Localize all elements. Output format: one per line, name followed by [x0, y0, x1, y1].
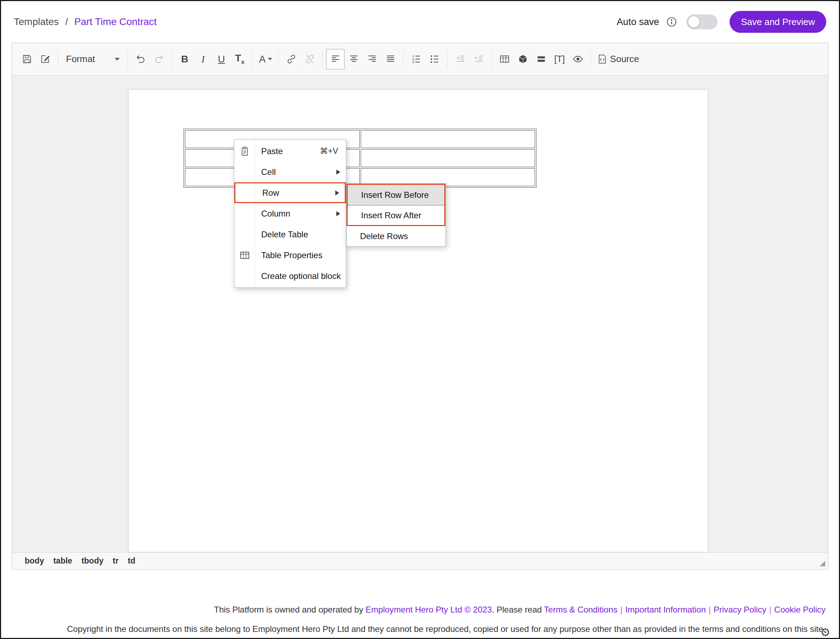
menu-item-row[interactable]: Row	[234, 182, 346, 203]
table-icon	[499, 54, 510, 65]
path-element-td[interactable]: td	[128, 556, 135, 566]
chevron-down-icon	[115, 58, 120, 60]
toolbar-separator	[172, 51, 172, 67]
align-left-button[interactable]	[326, 49, 344, 70]
menu-item-delete-table[interactable]: Delete Table	[234, 224, 346, 245]
align-justify-button[interactable]	[381, 49, 400, 70]
decrease-indent-icon	[455, 54, 466, 65]
editor-content-area	[12, 75, 828, 552]
table-cell[interactable]	[361, 149, 536, 167]
autosave-label: Auto save	[617, 17, 659, 27]
footer-text: This Platform is owned and operated by	[214, 605, 366, 614]
footer-text: . Please read	[492, 605, 544, 614]
path-element-table[interactable]: table	[53, 556, 72, 566]
new-template-button[interactable]	[36, 49, 54, 70]
breadcrumb-templates-link[interactable]: Templates	[14, 16, 59, 27]
editor-toolbar: Format B I U Tx A	[12, 43, 828, 75]
toolbar-separator	[58, 51, 58, 67]
menu-item-column[interactable]: Column	[234, 203, 346, 224]
row-submenu: Insert Row Before Insert Row After Delet…	[346, 183, 446, 246]
format-dropdown[interactable]: Format	[62, 49, 124, 70]
submenu-item-label: Delete Rows	[360, 231, 408, 241]
submenu-item-insert-row-before[interactable]: Insert Row Before	[347, 185, 444, 205]
company-link[interactable]: Employment Hero Pty Ltd © 2023	[366, 605, 492, 614]
cookie-policy-link[interactable]: Cookie Policy	[775, 605, 826, 614]
submenu-item-delete-rows[interactable]: Delete Rows	[347, 226, 445, 246]
table-cell[interactable]	[361, 130, 536, 148]
redo-button[interactable]	[150, 49, 168, 70]
submenu-item-label: Insert Row Before	[361, 190, 429, 200]
align-justify-icon	[385, 54, 396, 65]
path-element-tbody[interactable]: tbody	[81, 556, 104, 566]
source-icon	[597, 54, 608, 65]
header-actions: Auto save Save and Preview	[617, 11, 826, 33]
bulleted-list-icon	[429, 54, 440, 65]
bulleted-list-button[interactable]	[425, 49, 444, 70]
paste-icon	[239, 146, 250, 157]
submenu-arrow-icon	[336, 170, 340, 175]
save-button[interactable]	[18, 49, 36, 70]
align-center-button[interactable]	[344, 49, 363, 70]
preview-button[interactable]	[569, 49, 587, 70]
menu-item-cell[interactable]: Cell	[234, 162, 346, 182]
menu-shortcut: ⌘+V	[320, 146, 346, 156]
placeholder-button[interactable]: [T]	[550, 49, 569, 70]
submenu-arrow-icon	[335, 191, 339, 196]
save-and-preview-button[interactable]: Save and Preview	[730, 11, 826, 33]
unlink-button[interactable]	[300, 49, 319, 70]
align-right-icon	[367, 54, 378, 65]
text-color-button[interactable]: A	[256, 49, 274, 70]
breadcrumb-separator: /	[65, 16, 68, 27]
page-break-icon	[536, 54, 547, 65]
document-page[interactable]	[129, 89, 708, 552]
numbered-list-icon: 123	[411, 54, 422, 65]
undo-icon	[135, 54, 146, 65]
bold-button[interactable]: B	[175, 49, 194, 70]
toolbar-separator	[322, 51, 323, 67]
menu-item-label: Row	[262, 188, 279, 198]
source-button[interactable]: Source	[595, 49, 641, 70]
footer-separator: |	[709, 605, 711, 614]
important-information-link[interactable]: Important Information	[625, 605, 706, 614]
italic-button[interactable]: I	[194, 49, 212, 70]
element-path-bar: body table tbody tr td	[12, 552, 828, 569]
new-template-icon	[40, 54, 51, 65]
autosave-toggle[interactable]	[687, 14, 717, 29]
block-icon	[517, 54, 528, 65]
align-right-button[interactable]	[363, 49, 381, 70]
menu-item-label: Delete Table	[261, 230, 308, 240]
unlink-icon	[304, 54, 315, 65]
numbered-list-button[interactable]: 123	[407, 49, 425, 70]
footer-separator: |	[620, 605, 622, 614]
info-icon[interactable]	[666, 16, 677, 27]
page-break-button[interactable]	[532, 49, 550, 70]
source-label: Source	[610, 54, 639, 65]
insert-table-button[interactable]	[495, 49, 513, 70]
privacy-policy-link[interactable]: Privacy Policy	[714, 605, 766, 614]
toolbar-separator	[403, 51, 403, 67]
underline-button[interactable]: U	[212, 49, 231, 70]
path-element-tr[interactable]: tr	[113, 556, 119, 566]
submenu-item-label: Insert Row After	[361, 211, 421, 220]
format-label: Format	[66, 54, 95, 65]
gear-icon[interactable]: ⚙	[820, 627, 830, 638]
terms-link[interactable]: Terms & Conditions	[544, 605, 617, 614]
remove-format-button[interactable]: Tx	[231, 49, 249, 70]
insert-block-button[interactable]	[513, 49, 532, 70]
decrease-indent-button[interactable]	[451, 49, 469, 70]
increase-indent-button[interactable]	[469, 49, 488, 70]
menu-item-create-optional-block[interactable]: Create optional block	[234, 265, 346, 286]
align-left-icon	[330, 54, 341, 65]
toolbar-separator	[590, 51, 591, 67]
undo-button[interactable]	[131, 49, 150, 70]
footer-line-2: Copyright in the documents on this site …	[14, 623, 826, 635]
placeholder-icon: [T]	[554, 54, 565, 65]
path-element-body[interactable]: body	[25, 556, 44, 566]
link-button[interactable]	[282, 49, 300, 70]
menu-item-table-properties[interactable]: Table Properties	[234, 245, 346, 265]
menu-item-paste[interactable]: Paste ⌘+V	[234, 141, 346, 162]
text-color-icon: A	[259, 54, 266, 65]
table-properties-icon	[239, 250, 250, 261]
resize-handle-icon[interactable]	[819, 561, 825, 566]
submenu-item-insert-row-after[interactable]: Insert Row After	[347, 205, 444, 225]
